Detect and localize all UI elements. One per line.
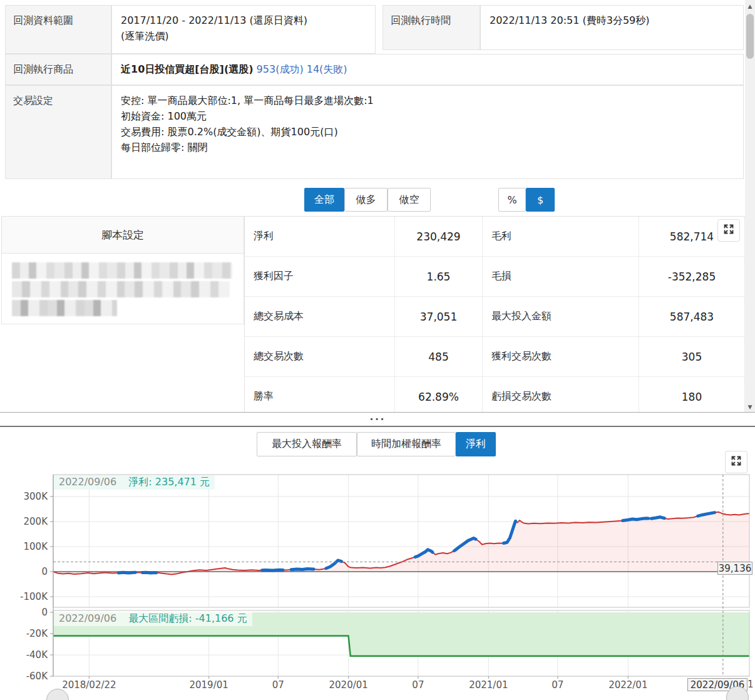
splitter-dots-icon: ••• [369, 417, 385, 422]
stat-value: 230,429 [395, 217, 483, 256]
svg-text:300K: 300K [24, 491, 49, 502]
trade-settings-label: 交易設定 [5, 85, 111, 179]
stat-value: 1.65 [395, 257, 483, 296]
product-value: 近10日投信買超[台股](選股) 953(成功) 14(失敗) [111, 54, 744, 85]
crosshair-y-value-box: 39,136 [717, 562, 752, 575]
svg-text:07: 07 [272, 679, 284, 691]
stat-label: 總交易次數 [245, 337, 395, 376]
backtest-report-screen: 回測資料範圍 2017/11/20 - 2022/11/13 (還原日資料) (… [0, 0, 755, 700]
redacted-script-line [12, 300, 117, 316]
svg-text:2020/01: 2020/01 [329, 679, 368, 691]
svg-text:07: 07 [412, 679, 424, 691]
product-fail-link[interactable]: 14(失敗) [307, 63, 347, 75]
stat-label: 毛利 [483, 217, 639, 256]
settings-line-capital: 初始資金: 100萬元 [121, 108, 734, 124]
equity-chart-section: 最大投入報酬率 時間加權報酬率 淨利 300K200K100K0-100K0-2… [0, 427, 755, 700]
stat-label: 勝率 [245, 377, 395, 414]
scroll-up-arrow-icon[interactable]: ▲ [745, 1, 755, 11]
tab-short[interactable]: 做空 [388, 188, 431, 212]
script-settings-content [1, 254, 244, 324]
scrollbar-thumb[interactable] [746, 14, 754, 59]
product-name: 近10日投信買超[台股](選股) [121, 63, 254, 75]
svg-text:-60K: -60K [26, 671, 48, 682]
equity-chart-plot[interactable]: 300K200K100K0-100K0-20K-40K-60K2018/02/2… [0, 427, 755, 700]
table-row: 淨利 230,429 毛利 582,714 [245, 217, 745, 257]
svg-text:-40K: -40K [26, 649, 48, 661]
tab-long[interactable]: 做多 [344, 188, 388, 212]
svg-text:100K: 100K [24, 541, 49, 552]
product-success-link[interactable]: 953(成功) [257, 63, 304, 75]
tooltip-value: 最大區間虧損: -41,166 元 [128, 612, 247, 624]
range-value-line2: (逐筆洗價) [121, 28, 366, 44]
tooltip-date: 2022/09/06 [59, 612, 116, 624]
svg-text:200K: 200K [24, 516, 49, 527]
svg-text:07: 07 [552, 679, 563, 691]
table-row: 總交易成本 37,051 最大投入金額 587,483 [245, 297, 745, 337]
vertical-scrollbar[interactable]: ▲ ▼ [745, 0, 755, 413]
product-label: 回測執行商品 [5, 54, 111, 85]
svg-text:0: 0 [41, 607, 48, 618]
stat-label: 總交易成本 [245, 297, 395, 336]
redacted-script-line [12, 262, 232, 279]
svg-text:2019/01: 2019/01 [189, 679, 228, 691]
range-label: 回測資料範圍 [5, 5, 111, 54]
max-drawdown-tooltip: 2022/09/06 最大區間虧損: -41,166 元 [54, 612, 252, 626]
stat-label: 獲利交易次數 [483, 337, 639, 376]
settings-line-fees: 交易費用: 股票0.2%(成交金額)、期貨100元(口) [121, 124, 734, 140]
range-value: 2017/11/20 - 2022/11/13 (還原日資料) (逐筆洗價) [111, 5, 376, 54]
stat-value: 305 [639, 337, 745, 376]
stat-value: 37,051 [395, 297, 483, 336]
svg-text:-20K: -20K [26, 628, 48, 639]
run-time-label: 回測執行時間 [383, 5, 480, 50]
stat-value: 180 [639, 377, 745, 414]
scroll-down-arrow-icon[interactable]: ▼ [745, 402, 755, 412]
settings-line-flatten: 每日部位歸零: 關閉 [121, 140, 734, 155]
range-value-line1: 2017/11/20 - 2022/11/13 (還原日資料) [121, 13, 366, 28]
net-profit-tooltip: 2022/09/06 淨利: 235,471 元 [54, 475, 215, 490]
stat-label: 最大投入金額 [483, 297, 639, 336]
stats-table: 淨利 230,429 毛利 582,714 獲利因子 1.65 毛損 -352,… [244, 216, 745, 414]
svg-text:0: 0 [41, 566, 48, 577]
unit-dollar-button[interactable]: $ [526, 188, 555, 212]
svg-text:-100K: -100K [20, 591, 48, 602]
svg-text:2021/01: 2021/01 [469, 679, 508, 691]
unit-percent-button[interactable]: % [498, 188, 526, 212]
stat-value: 485 [395, 337, 483, 376]
table-row: 總交易次數 485 獲利交易次數 305 [245, 337, 745, 377]
svg-text:2022/01: 2022/01 [609, 679, 647, 691]
stat-value: -352,285 [639, 257, 745, 296]
script-settings-header: 腳本設定 [1, 216, 244, 254]
tooltip-value: 淨利: 235,471 元 [128, 476, 210, 488]
stat-label: 淨利 [245, 217, 395, 256]
stat-value: 587,483 [639, 297, 745, 336]
table-row: 勝率 62.89% 虧損交易次數 180 [245, 377, 745, 414]
redacted-script-line [12, 281, 230, 297]
svg-text:2018/02/22: 2018/02/22 [62, 679, 116, 691]
stat-value: 62.89% [395, 377, 483, 414]
expand-stats-button[interactable] [717, 219, 740, 242]
stat-label: 虧損交易次數 [483, 377, 639, 414]
settings-line-risk: 安控: 單一商品最大部位:1, 單一商品每日最多進場次數:1 [121, 93, 734, 108]
tooltip-date: 2022/09/06 [59, 476, 116, 488]
trade-settings-value: 安控: 單一商品最大部位:1, 單一商品每日最多進場次數:1 初始資金: 100… [111, 85, 744, 179]
tab-all[interactable]: 全部 [304, 188, 344, 212]
pane-splitter-handle[interactable]: ••• [0, 412, 755, 427]
partial-axis-tick: 1 [747, 679, 754, 690]
run-time-value: 2022/11/13 20:51 (費時3分59秒) [480, 5, 744, 50]
stat-label: 毛損 [483, 257, 639, 296]
expand-icon [723, 224, 734, 237]
stat-label: 獲利因子 [245, 257, 395, 296]
table-row: 獲利因子 1.65 毛損 -352,285 [245, 257, 745, 297]
